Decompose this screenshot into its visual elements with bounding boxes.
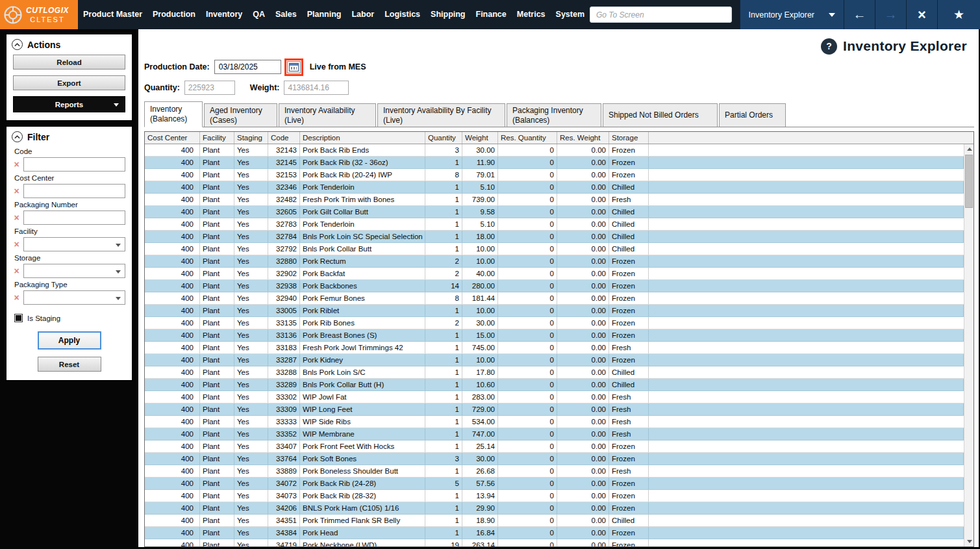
menu-item[interactable]: QA — [247, 0, 270, 29]
menu-item[interactable]: Planning — [302, 0, 347, 29]
tab[interactable]: Inventory Availability By Facility (Live… — [377, 103, 505, 127]
vertical-scrollbar[interactable] — [964, 144, 974, 546]
table-row[interactable]: 400 Plant Yes 33333 WIP Side Ribs 1 534.… — [145, 416, 964, 428]
table-row[interactable]: 400 Plant Yes 33407 Pork Front Feet With… — [145, 440, 964, 453]
table-row[interactable]: 400 Plant Yes 34206 BNLS Pork Ham (C105)… — [145, 502, 964, 515]
table-row[interactable]: 400 Plant Yes 33136 Pork Breast Bones (S… — [145, 329, 964, 342]
table-row[interactable]: 400 Plant Yes 34719 Pork Neckbone (LWD) … — [145, 539, 964, 547]
menu-item[interactable]: Product Master — [78, 0, 147, 29]
table-row[interactable]: 400 Plant Yes 33183 Fresh Pork Jowl Trim… — [145, 342, 964, 354]
tab[interactable]: Partial Orders — [719, 103, 786, 127]
clear-filter-icon[interactable]: × — [13, 240, 20, 249]
table-row[interactable]: 400 Plant Yes 33289 Bnls Pork Collar But… — [145, 379, 964, 391]
cell-cost-center: 400 — [145, 218, 200, 230]
menu-item[interactable]: Inventory — [201, 0, 247, 29]
table-row[interactable]: 400 Plant Yes 32153 Pork Back Rib (20-24… — [145, 169, 964, 181]
cell-res-weight: 0.00 — [557, 181, 609, 193]
table-row[interactable]: 400 Plant Yes 33288 Bnls Pork Loin S/C 1… — [145, 366, 964, 379]
reload-button[interactable]: Reload — [13, 55, 125, 70]
menu-item[interactable]: Finance — [471, 0, 512, 29]
table-row[interactable]: 400 Plant Yes 33764 Pork Soft Bones 3 30… — [145, 453, 964, 465]
menu-item[interactable]: Logistics — [379, 0, 425, 29]
filter-field-input[interactable] — [24, 238, 125, 251]
column-header[interactable]: Res. Weight — [557, 132, 609, 144]
column-header[interactable]: Description — [300, 132, 425, 144]
reset-button[interactable]: Reset — [38, 357, 101, 372]
table-row[interactable]: 400 Plant Yes 33352 WIP Membrane 1 747.0… — [145, 428, 964, 440]
cell-cost-center: 400 — [145, 379, 200, 390]
table-row[interactable]: 400 Plant Yes 32605 Pork Gilt Collar But… — [145, 206, 964, 218]
table-row[interactable]: 400 Plant Yes 32940 Pork Femur Bones 8 1… — [145, 292, 964, 305]
table-row[interactable]: 400 Plant Yes 32880 Pork Rectum 2 10.00 … — [145, 255, 964, 268]
filter-field-input[interactable] — [24, 185, 125, 198]
scroll-down-icon[interactable] — [964, 537, 974, 546]
help-icon[interactable]: ? — [821, 38, 837, 55]
column-header[interactable]: Storage — [609, 132, 649, 144]
clear-filter-icon[interactable]: × — [13, 293, 20, 302]
forward-button[interactable]: → — [875, 0, 906, 29]
tab[interactable]: Inventory Availability (Live) — [279, 103, 376, 127]
column-header[interactable]: Quantity — [425, 132, 462, 144]
filter-field-input[interactable] — [24, 264, 125, 277]
table-row[interactable]: 400 Plant Yes 33309 WIP Long Feet 1 729.… — [145, 403, 964, 416]
menu-item[interactable]: System — [551, 0, 590, 29]
production-date-input[interactable] — [214, 60, 281, 74]
tab[interactable]: Aged Inventory (Cases) — [204, 103, 277, 127]
table-row[interactable]: 400 Plant Yes 32902 Pork Backfat 2 40.00… — [145, 268, 964, 280]
filter-field-input[interactable] — [24, 158, 125, 171]
filter-field-input[interactable] — [24, 211, 125, 224]
menu-item[interactable]: Labor — [346, 0, 379, 29]
menu-item[interactable]: Metrics — [512, 0, 551, 29]
tab[interactable]: Packaging Inventory (Balances) — [507, 103, 601, 127]
cell-description: Bnls Pork Collar Butt (H) — [300, 379, 425, 390]
column-header[interactable]: Staging — [234, 132, 268, 144]
clear-filter-icon[interactable]: × — [13, 186, 20, 196]
export-button[interactable]: Export — [13, 75, 125, 90]
calendar-button[interactable] — [287, 61, 301, 73]
apply-button[interactable]: Apply — [38, 331, 101, 350]
favorite-button[interactable]: ★ — [937, 0, 980, 29]
close-button[interactable]: × — [906, 0, 937, 29]
column-header[interactable]: Cost Center — [145, 132, 200, 144]
clear-filter-icon[interactable]: × — [13, 160, 20, 169]
table-row[interactable]: 400 Plant Yes 34351 Pork Trimmed Flank S… — [145, 515, 964, 527]
table-row[interactable]: 400 Plant Yes 33287 Pork Kidney 1 10.00 … — [145, 354, 964, 366]
collapse-chevron-icon[interactable] — [12, 131, 23, 142]
menu-item[interactable]: Sales — [270, 0, 302, 29]
filter-field-input[interactable] — [24, 291, 125, 304]
table-row[interactable]: 400 Plant Yes 33889 Pork Boneless Should… — [145, 465, 964, 478]
column-header[interactable]: Facility — [200, 132, 234, 144]
menu-item[interactable]: Production — [147, 0, 201, 29]
table-row[interactable]: 400 Plant Yes 32143 Pork Back Rib Ends 3… — [145, 144, 964, 157]
table-row[interactable]: 400 Plant Yes 33005 Pork Riblet 1 10.00 … — [145, 305, 964, 317]
table-row[interactable]: 400 Plant Yes 33302 WIP Jowl Fat 1 283.0… — [145, 391, 964, 403]
screen-selector-dropdown[interactable]: Inventory Explorer — [740, 0, 844, 29]
clear-filter-icon[interactable]: × — [13, 213, 20, 222]
tab[interactable]: Shipped Not Billed Orders — [603, 103, 718, 127]
scroll-up-icon[interactable] — [964, 144, 974, 154]
table-row[interactable]: 400 Plant Yes 34073 Pork Back Rib (28-32… — [145, 490, 964, 502]
table-row[interactable]: 400 Plant Yes 34072 Pork Back Rib (24-28… — [145, 478, 964, 490]
table-row[interactable]: 400 Plant Yes 33135 Pork Rib Bones 2 30.… — [145, 317, 964, 329]
clear-filter-icon[interactable]: × — [13, 266, 20, 275]
column-header[interactable]: Res. Quantity — [498, 132, 557, 144]
cell-storage: Frozen — [609, 329, 649, 341]
column-header[interactable]: Code — [268, 132, 300, 144]
table-row[interactable]: 400 Plant Yes 34384 Pork Head 1 16.84 0 … — [145, 527, 964, 539]
table-row[interactable]: 400 Plant Yes 32938 Pork Backbones 14 28… — [145, 280, 964, 292]
tab[interactable]: Inventory (Balances) — [144, 101, 203, 127]
table-row[interactable]: 400 Plant Yes 32783 Pork Tenderloin 1 5.… — [145, 218, 964, 231]
reports-button[interactable]: Reports — [13, 96, 125, 112]
table-row[interactable]: 400 Plant Yes 32784 Bnls Pork Loin SC Sp… — [145, 231, 964, 243]
table-row[interactable]: 400 Plant Yes 32792 Bnls Pork Collar But… — [145, 243, 964, 255]
collapse-chevron-icon[interactable] — [12, 39, 23, 50]
table-row[interactable]: 400 Plant Yes 32482 Fresh Pork Trim with… — [145, 194, 964, 206]
column-header[interactable]: Weight — [462, 132, 498, 144]
scroll-thumb[interactable] — [965, 155, 973, 208]
goto-screen-input[interactable] — [590, 6, 732, 23]
menu-item[interactable]: Shipping — [425, 0, 470, 29]
table-row[interactable]: 400 Plant Yes 32346 Pork Tenderloin 1 5.… — [145, 181, 964, 194]
is-staging-checkbox[interactable] — [14, 314, 23, 322]
table-row[interactable]: 400 Plant Yes 32145 Pork Back Rib (32 - … — [145, 157, 964, 169]
back-button[interactable]: ← — [844, 0, 875, 29]
